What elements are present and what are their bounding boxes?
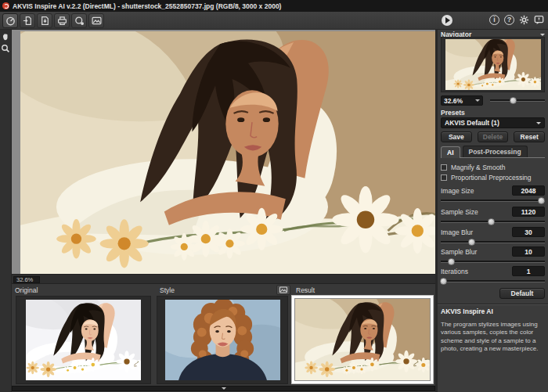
- chevron-down-icon: [475, 99, 480, 104]
- proportional-preprocessing-label: Proportional Preprocessing: [451, 174, 532, 182]
- presets-title: Presets: [441, 109, 465, 117]
- samples-gallery-button[interactable]: [88, 13, 104, 28]
- param-value-field[interactable]: 30: [512, 227, 545, 237]
- param-iterations: Iterations 1: [441, 266, 545, 285]
- reset-preset-button[interactable]: Reset: [514, 131, 545, 142]
- zoom-level-value: 32.6%: [444, 97, 463, 105]
- settings-panel: Navigator 32.6% Presets AKVIS Default (1…: [435, 30, 548, 392]
- info-panel: AKVIS Inspire AI The program stylizes im…: [441, 307, 545, 392]
- presets-header: Presets: [441, 109, 545, 117]
- workspace-button[interactable]: [2, 13, 18, 28]
- slider-thumb[interactable]: [448, 258, 455, 265]
- proportional-preprocessing-option[interactable]: Proportional Preprocessing: [441, 173, 545, 182]
- akvis-logo-icon: [2, 2, 9, 9]
- main-toolbar: i ?: [0, 12, 548, 30]
- zoom-slider[interactable]: [490, 97, 545, 104]
- zoom-slider-thumb[interactable]: [510, 97, 517, 104]
- delete-preset-button[interactable]: Delete: [478, 131, 509, 142]
- param-sample-size: Sample Size 1120: [441, 207, 545, 225]
- param-slider[interactable]: [441, 218, 545, 225]
- status-zoom-level[interactable]: 32.6%: [13, 276, 40, 283]
- status-bar: 32.6%: [12, 274, 435, 284]
- param-value-field[interactable]: 1: [512, 266, 545, 276]
- help-button[interactable]: ?: [504, 15, 514, 25]
- tab-ai[interactable]: AI: [441, 146, 460, 158]
- app-window: AKVIS Inspire AI v.2.2 (DirectML) - shut…: [0, 0, 548, 392]
- slider-thumb[interactable]: [488, 218, 495, 225]
- panel-collapse-handle[interactable]: [12, 386, 435, 391]
- zoom-tool-icon: [2, 45, 9, 52]
- preset-select[interactable]: AKVIS Default (1): [441, 117, 545, 128]
- chevron-down-icon: [222, 387, 226, 392]
- save-preset-button[interactable]: Save: [441, 131, 472, 142]
- magnify-smooth-checkbox[interactable]: [441, 164, 447, 171]
- param-image-blur: Image Blur 30: [441, 227, 545, 246]
- info-description: The program stylizes images using variou…: [441, 321, 545, 354]
- feedback-button[interactable]: [534, 15, 544, 25]
- feedback-icon: [535, 16, 543, 24]
- navigator-preview[interactable]: [441, 37, 545, 92]
- image-gallery-panel: Original Style Result: [12, 284, 435, 392]
- proportional-preprocessing-checkbox[interactable]: [441, 174, 447, 181]
- zoom-level-select[interactable]: 32.6%: [441, 95, 483, 106]
- param-value-field[interactable]: 2048: [512, 185, 545, 196]
- param-value-field[interactable]: 1120: [512, 207, 545, 217]
- slider-thumb[interactable]: [538, 197, 545, 204]
- style-thumbnail[interactable]: [157, 296, 288, 384]
- magnify-smooth-option[interactable]: Magnify & Smooth: [441, 163, 545, 171]
- original-thumbnail[interactable]: [16, 296, 151, 384]
- preferences-icon: [520, 16, 528, 24]
- param-label: Image Size: [441, 187, 474, 195]
- info-button[interactable]: i: [489, 15, 499, 25]
- info-title: AKVIS Inspire AI: [441, 307, 545, 315]
- default-button[interactable]: Default: [499, 288, 545, 299]
- window-title: AKVIS Inspire AI v.2.2 (DirectML) - shut…: [13, 2, 281, 10]
- param-label: Iterations: [441, 268, 468, 275]
- open-image-icon: [23, 17, 30, 25]
- result-label: Result: [296, 286, 315, 294]
- run-button[interactable]: [442, 15, 452, 26]
- print-button[interactable]: [54, 13, 70, 28]
- result-thumbnail-selected[interactable]: [291, 295, 434, 384]
- preferences-button[interactable]: [519, 15, 529, 25]
- print-icon: [58, 17, 66, 24]
- slider-thumb[interactable]: [440, 278, 447, 285]
- save-image-button[interactable]: [37, 13, 52, 28]
- magnify-smooth-label: Magnify & Smooth: [451, 164, 505, 171]
- param-label: Image Blur: [441, 228, 473, 236]
- param-slider[interactable]: [441, 197, 545, 204]
- result-image-canvas[interactable]: [20, 31, 444, 275]
- chevron-down-icon: [536, 122, 541, 127]
- zoom-tool-button[interactable]: [1, 44, 10, 53]
- share-button[interactable]: [71, 13, 87, 28]
- param-image-size: Image Size 2048: [441, 185, 545, 204]
- param-value-field[interactable]: 10: [512, 246, 545, 257]
- param-slider[interactable]: [441, 258, 545, 265]
- style-gallery-icon: [279, 287, 287, 293]
- divider: [438, 304, 548, 305]
- param-slider[interactable]: [441, 278, 545, 285]
- tool-strip: [0, 30, 12, 392]
- workspace-icon: [6, 17, 13, 24]
- preset-selected-value: AKVIS Default (1): [445, 119, 499, 127]
- param-label: Sample Size: [441, 208, 478, 216]
- open-image-button[interactable]: [20, 13, 35, 28]
- param-label: Sample Blur: [441, 248, 477, 256]
- share-icon: [75, 17, 83, 25]
- canvas-workspace[interactable]: [12, 30, 435, 274]
- hand-tool-icon: [3, 34, 8, 40]
- settings-tabs: AI Post-Processing: [441, 147, 545, 158]
- slider-thumb[interactable]: [468, 239, 475, 246]
- original-label: Original: [15, 286, 38, 294]
- hand-tool-button[interactable]: [1, 32, 10, 41]
- style-gallery-button[interactable]: [276, 285, 290, 295]
- save-image-icon: [41, 17, 48, 25]
- param-slider[interactable]: [441, 239, 545, 246]
- tab-post-processing[interactable]: Post-Processing: [463, 146, 528, 157]
- style-label: Style: [160, 286, 175, 294]
- samples-gallery-icon: [92, 17, 101, 23]
- title-bar[interactable]: AKVIS Inspire AI v.2.2 (DirectML) - shut…: [0, 0, 548, 12]
- param-sample-blur: Sample Blur 10: [441, 246, 545, 265]
